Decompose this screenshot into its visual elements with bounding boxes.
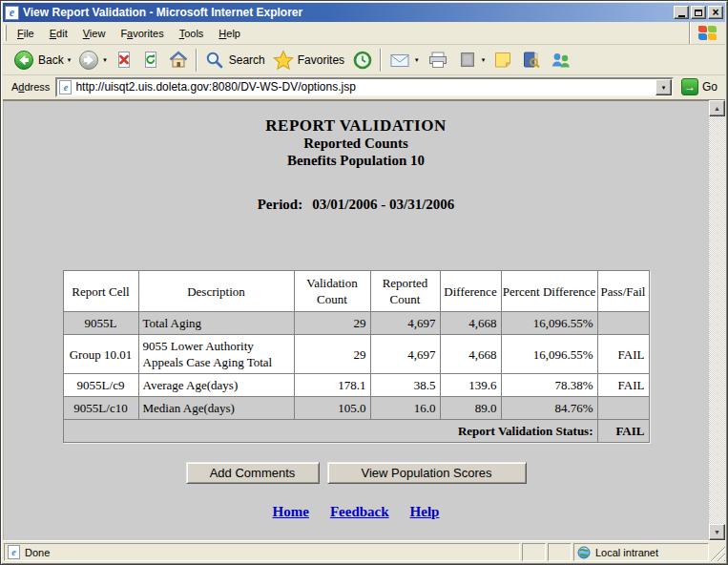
- refresh-button[interactable]: [137, 48, 164, 73]
- toolbar-separator: [380, 49, 382, 72]
- menu-edit[interactable]: Edit: [42, 26, 75, 41]
- windows-logo-icon: [698, 26, 717, 40]
- address-dropdown-button[interactable]: [655, 79, 672, 95]
- messenger-button[interactable]: [546, 48, 576, 73]
- history-button[interactable]: [348, 48, 377, 73]
- favorites-star-icon: [273, 50, 294, 71]
- period-value: 03/01/2006 - 03/31/2006: [312, 197, 454, 212]
- history-icon: [352, 50, 373, 71]
- edit-button[interactable]: [453, 48, 489, 73]
- favorites-button[interactable]: Favorites: [269, 48, 348, 73]
- intranet-globe-icon: [577, 546, 591, 559]
- report-validation-table: Report Cell Description Validation Count…: [63, 270, 650, 443]
- home-link[interactable]: Home: [273, 504, 309, 520]
- table-row: Group 10.01 9055 Lower Authority Appeals…: [63, 335, 649, 374]
- report-validation-status-label: Report Validation Status:: [63, 420, 597, 443]
- favorites-label: Favorites: [298, 53, 344, 67]
- go-button[interactable]: [681, 78, 698, 95]
- discuss-button[interactable]: [489, 48, 517, 73]
- print-button[interactable]: [423, 48, 453, 73]
- search-label: Search: [229, 53, 265, 67]
- forward-dropdown-caret-icon: [103, 56, 107, 63]
- menu-favorites[interactable]: Favorites: [113, 26, 171, 41]
- document-done-icon: [8, 545, 20, 559]
- table-row: 9055L Total Aging 29 4,697 4,668 16,096.…: [63, 312, 649, 335]
- security-zone-text: Local intranet: [595, 547, 658, 558]
- research-button[interactable]: [517, 48, 546, 73]
- window-controls: [674, 6, 723, 19]
- page-favicon-icon: [59, 80, 72, 94]
- research-book-icon: [521, 50, 542, 71]
- edit-dropdown-caret-icon: [482, 56, 486, 63]
- menu-bar-grip[interactable]: [4, 25, 7, 41]
- close-icon: [712, 8, 718, 17]
- messenger-people-icon: [550, 50, 572, 71]
- feedback-link[interactable]: Feedback: [330, 504, 389, 520]
- header-reported-count: Reported Count: [370, 271, 440, 312]
- page-title: REPORT VALIDATION: [3, 116, 709, 135]
- vertical-scrollbar[interactable]: [709, 100, 725, 540]
- address-dropdown-caret-icon: [662, 84, 666, 91]
- view-population-scores-button[interactable]: View Population Scores: [327, 462, 527, 484]
- refresh-icon: [141, 50, 160, 71]
- menu-help[interactable]: Help: [211, 26, 248, 41]
- status-message-panel: Done: [4, 543, 520, 561]
- home-button[interactable]: [164, 48, 193, 73]
- browser-viewport: REPORT VALIDATION Reported Counts Benefi…: [3, 100, 725, 540]
- search-icon: [204, 50, 225, 71]
- close-button[interactable]: [708, 6, 723, 19]
- address-input[interactable]: http://uisqt2.uis.doleta.gov:8080/DV-WS-…: [55, 77, 674, 97]
- ie-logo-icon: [5, 6, 19, 20]
- minimize-icon: [678, 15, 685, 17]
- table-row: 9055L/c9 Average Age(days) 178.1 38.5 13…: [63, 374, 649, 397]
- header-percent-difference: Percent Difference: [501, 271, 597, 312]
- resize-grip[interactable]: [711, 543, 725, 561]
- toolbar-separator: [196, 49, 198, 72]
- menu-items: File Edit View Favorites Tools Help: [10, 22, 689, 44]
- header-validation-count: Validation Count: [294, 271, 370, 312]
- scroll-down-button[interactable]: [709, 524, 725, 540]
- header-pass-fail: Pass/Fail: [597, 271, 649, 312]
- report-validation-status-value: FAIL: [597, 420, 649, 443]
- menu-tools[interactable]: Tools: [172, 26, 212, 41]
- scroll-up-button[interactable]: [709, 100, 725, 116]
- home-icon: [168, 50, 189, 71]
- mail-dropdown-caret-icon: [415, 56, 419, 63]
- menu-bar: File Edit View Favorites Tools Help: [3, 22, 725, 45]
- table-row: 9055L/c10 Median Age(days) 105.0 16.0 89…: [63, 397, 649, 420]
- back-icon: [13, 50, 34, 71]
- back-dropdown-caret-icon: [68, 56, 72, 63]
- forward-button[interactable]: [74, 48, 111, 73]
- status-pane: [522, 543, 546, 561]
- back-label: Back: [38, 53, 64, 67]
- back-button[interactable]: Back: [10, 48, 74, 73]
- help-link[interactable]: Help: [410, 504, 440, 520]
- stop-icon: [114, 50, 134, 71]
- page-population: Benefits Population 10: [3, 152, 709, 169]
- add-comments-button[interactable]: Add Comments: [186, 462, 320, 484]
- go-label: Go: [702, 80, 718, 94]
- branding-panel: [689, 22, 725, 44]
- header-description: Description: [138, 271, 294, 312]
- page-content: REPORT VALIDATION Reported Counts Benefi…: [3, 100, 709, 540]
- discuss-note-icon: [492, 50, 513, 71]
- minimize-button[interactable]: [674, 6, 689, 19]
- footer-links: Home Feedback Help: [3, 504, 709, 520]
- address-url: http://uisqt2.uis.doleta.gov:8080/DV-WS-…: [75, 80, 652, 94]
- scrollbar-track[interactable]: [709, 116, 725, 524]
- status-bar: Done Local intranet: [3, 540, 725, 562]
- table-header-row: Report Cell Description Validation Count…: [63, 271, 649, 312]
- stop-button[interactable]: [111, 48, 137, 73]
- header-difference: Difference: [440, 271, 501, 312]
- edit-icon: [457, 50, 478, 71]
- standard-buttons-toolbar: Back Search Favorites: [3, 45, 725, 75]
- search-button[interactable]: Search: [200, 48, 269, 73]
- print-icon: [426, 50, 449, 71]
- page-subtitle: Reported Counts: [3, 135, 709, 152]
- title-bar[interactable]: View Report Validation - Microsoft Inter…: [3, 3, 725, 22]
- maximize-icon: [695, 10, 702, 16]
- menu-view[interactable]: View: [75, 26, 114, 41]
- menu-file[interactable]: File: [10, 26, 42, 41]
- maximize-button[interactable]: [691, 6, 706, 19]
- mail-button[interactable]: [385, 48, 423, 73]
